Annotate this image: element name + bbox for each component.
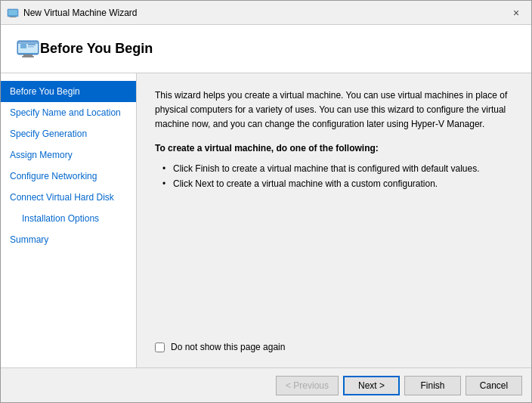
header-icon bbox=[16, 37, 40, 61]
wizard-window: New Virtual Machine Wizard × Before You … bbox=[0, 0, 532, 403]
bullet-item-1: Click Finish to create a virtual machine… bbox=[162, 161, 513, 176]
title-bar-text: New Virtual Machine Wizard bbox=[23, 8, 507, 18]
dont-show-checkbox[interactable] bbox=[155, 343, 165, 352]
window-icon bbox=[7, 7, 19, 19]
wizard-header: Before You Begin bbox=[1, 25, 531, 73]
main-content: Before You Begin Specify Name and Locati… bbox=[1, 73, 531, 367]
checkbox-area: Do not show this page again bbox=[155, 330, 513, 352]
intro-paragraph: This wizard helps you create a virtual m… bbox=[155, 88, 513, 132]
svg-rect-3 bbox=[10, 17, 16, 17]
sidebar-item-assign-memory[interactable]: Assign Memory bbox=[1, 144, 136, 166]
svg-rect-1 bbox=[8, 10, 17, 15]
sidebar-item-connect-virtual-hard-disk[interactable]: Connect Virtual Hard Disk bbox=[1, 187, 136, 208]
title-bar: New Virtual Machine Wizard × bbox=[1, 1, 531, 25]
svg-rect-8 bbox=[22, 56, 34, 57]
svg-rect-7 bbox=[23, 54, 32, 56]
content-area: This wizard helps you create a virtual m… bbox=[137, 73, 531, 367]
svg-rect-6 bbox=[18, 42, 38, 44]
subheading: To create a virtual machine, do one of t… bbox=[155, 143, 513, 153]
sidebar-item-specify-name-and-location[interactable]: Specify Name and Location bbox=[1, 102, 136, 123]
sidebar: Before You Begin Specify Name and Locati… bbox=[1, 73, 137, 367]
svg-rect-10 bbox=[28, 44, 36, 45]
footer: < Previous Next > Finish Cancel bbox=[1, 367, 531, 402]
close-button[interactable]: × bbox=[507, 5, 525, 20]
next-button[interactable]: Next > bbox=[343, 376, 400, 395]
previous-button[interactable]: < Previous bbox=[276, 376, 339, 395]
header-title: Before You Begin bbox=[40, 41, 153, 57]
svg-rect-11 bbox=[28, 46, 34, 48]
cancel-button[interactable]: Cancel bbox=[466, 376, 522, 395]
sidebar-item-specify-generation[interactable]: Specify Generation bbox=[1, 123, 136, 144]
svg-rect-9 bbox=[20, 44, 26, 48]
bullet-item-2: Click Next to create a virtual machine w… bbox=[162, 176, 513, 191]
sidebar-item-installation-options[interactable]: Installation Options bbox=[1, 208, 136, 229]
checkbox-label[interactable]: Do not show this page again bbox=[171, 342, 285, 352]
finish-button[interactable]: Finish bbox=[404, 376, 461, 395]
sidebar-item-summary[interactable]: Summary bbox=[1, 229, 136, 250]
bullet-list: Click Finish to create a virtual machine… bbox=[155, 161, 513, 192]
sidebar-item-configure-networking[interactable]: Configure Networking bbox=[1, 166, 136, 187]
svg-rect-2 bbox=[8, 15, 18, 17]
sidebar-item-before-you-begin[interactable]: Before You Begin bbox=[1, 81, 136, 102]
